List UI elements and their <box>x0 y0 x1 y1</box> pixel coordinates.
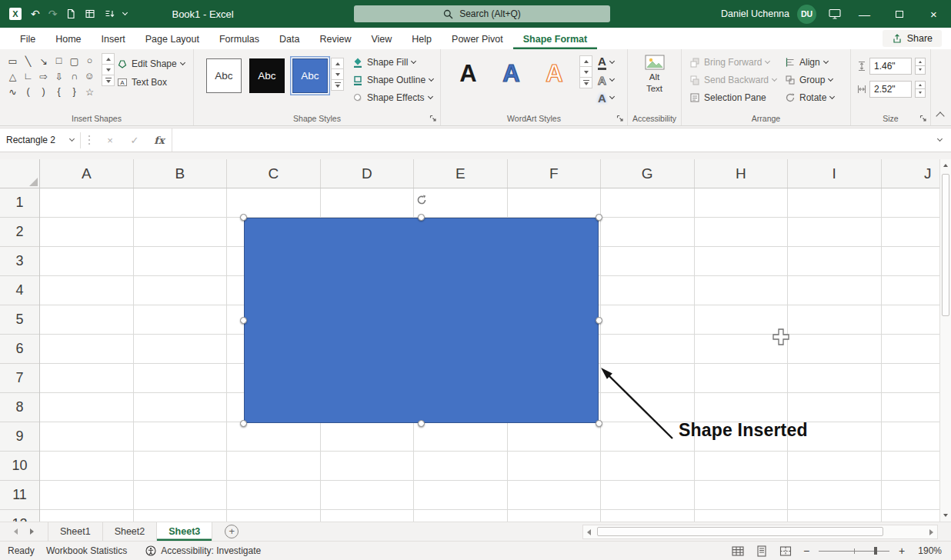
shape-style-preset[interactable]: Abc <box>249 58 285 93</box>
shape-gallery-item-icon[interactable]: ╲ <box>22 55 35 67</box>
shape-gallery-item-icon[interactable]: ▭ <box>6 55 19 67</box>
shape-gallery-item-icon[interactable]: { <box>52 86 65 97</box>
sheet-tab-sheet2[interactable]: Sheet2 <box>103 522 158 541</box>
sort-icon[interactable] <box>104 8 115 19</box>
scroll-right-icon[interactable] <box>929 529 933 535</box>
rotate-button[interactable]: Rotate <box>785 90 834 105</box>
vertical-scrollbar[interactable] <box>939 159 951 522</box>
add-sheet-button[interactable]: + <box>225 525 239 538</box>
gallery-down-button[interactable] <box>102 64 115 75</box>
select-all-corner[interactable] <box>0 159 40 188</box>
ribbon-tab-home[interactable]: Home <box>45 28 91 49</box>
wordart-style-preset[interactable]: A <box>536 55 572 92</box>
row-header-1[interactable]: 1 <box>0 188 39 218</box>
horizontal-scroll-thumb[interactable] <box>597 527 883 536</box>
column-header-c[interactable]: C <box>227 159 321 188</box>
column-header-g[interactable]: G <box>601 159 695 188</box>
zoom-slider[interactable] <box>819 545 889 556</box>
ribbon-tab-shape-format[interactable]: Shape Format <box>513 28 597 49</box>
scroll-down-icon[interactable] <box>943 514 948 517</box>
shape-gallery-item-icon[interactable]: ∟ <box>22 71 35 82</box>
share-button[interactable]: Share <box>883 30 942 47</box>
cells-area[interactable]: Shape Inserted <box>40 188 939 522</box>
width-decrease-button[interactable] <box>915 88 926 98</box>
vertical-scroll-thumb[interactable] <box>942 174 949 316</box>
user-name[interactable]: Daniel Uchenna <box>721 8 789 19</box>
normal-view-button[interactable] <box>729 543 746 558</box>
search-box[interactable]: Search (Alt+Q) <box>354 5 610 22</box>
column-header-j[interactable]: J <box>882 159 940 188</box>
row-header-11[interactable]: 11 <box>0 481 39 510</box>
column-header-i[interactable]: I <box>788 159 882 188</box>
sheet-tab-sheet1[interactable]: Sheet1 <box>48 522 103 541</box>
shape-gallery-item-icon[interactable]: △ <box>6 71 19 82</box>
formula-input[interactable] <box>172 128 928 152</box>
previous-sheet-icon[interactable] <box>14 528 18 535</box>
shape-gallery-item-icon[interactable]: ⇨ <box>37 71 50 82</box>
shape-gallery-item-icon[interactable]: } <box>68 86 81 97</box>
zoom-slider-thumb[interactable] <box>874 547 877 555</box>
name-box-splitter[interactable] <box>81 128 98 152</box>
shape-gallery-item-icon[interactable]: ∩ <box>68 71 81 82</box>
shape-fill-button[interactable]: Shape Fill <box>352 55 415 70</box>
sheet-tab-sheet3[interactable]: Sheet3 <box>157 522 212 541</box>
column-header-e[interactable]: E <box>414 159 508 188</box>
shape-width-input[interactable] <box>869 81 912 98</box>
shape-gallery-item-icon[interactable]: ↘ <box>37 55 50 67</box>
formula-cancel-button[interactable]: × <box>98 135 122 146</box>
row-header-10[interactable]: 10 <box>0 452 39 481</box>
wordart-down-button[interactable] <box>579 66 592 78</box>
resize-handle-bottom-right[interactable] <box>596 420 602 427</box>
close-button[interactable]: × <box>916 0 951 28</box>
ribbon-tab-formulas[interactable]: Formulas <box>209 28 269 49</box>
row-header-12[interactable]: 12 <box>0 510 39 522</box>
column-header-d[interactable]: D <box>321 159 415 188</box>
shape-gallery-item-icon[interactable]: ○ <box>83 55 96 66</box>
shape-gallery-item-icon[interactable]: ☆ <box>83 86 96 98</box>
zoom-level[interactable]: 190% <box>914 545 942 556</box>
workbook-statistics-button[interactable]: Workbook Statistics <box>37 542 136 560</box>
row-header-5[interactable]: 5 <box>0 305 39 335</box>
scroll-up-icon[interactable] <box>943 164 948 167</box>
insert-function-button[interactable]: fx <box>147 135 172 146</box>
resize-handle-top-center[interactable] <box>418 214 425 221</box>
ribbon-tab-data[interactable]: Data <box>269 28 309 49</box>
resize-handle-middle-left[interactable] <box>240 317 247 324</box>
expand-formula-bar-button[interactable] <box>928 128 951 152</box>
shape-gallery-item-icon[interactable]: ∿ <box>6 86 19 98</box>
bring-forward-button[interactable]: Bring Forward <box>689 55 769 70</box>
styles-up-button[interactable] <box>331 58 344 69</box>
row-header-9[interactable]: 9 <box>0 422 39 452</box>
selection-pane-button[interactable]: Selection Pane <box>689 90 766 105</box>
ribbon-tab-page-layout[interactable]: Page Layout <box>135 28 209 49</box>
document-icon[interactable] <box>65 8 76 19</box>
shape-style-preset[interactable]: Abc <box>292 58 328 93</box>
ribbon-tab-power-pivot[interactable]: Power Pivot <box>442 28 513 49</box>
row-header-8[interactable]: 8 <box>0 393 39 422</box>
resize-handle-top-right[interactable] <box>596 214 602 221</box>
height-decrease-button[interactable] <box>915 65 926 75</box>
ribbon-tab-help[interactable]: Help <box>402 28 442 49</box>
ribbon-tab-file[interactable]: File <box>10 28 45 49</box>
styles-more-button[interactable] <box>331 79 344 91</box>
horizontal-scrollbar[interactable] <box>582 525 938 539</box>
send-backward-button[interactable]: Send Backward <box>689 72 776 88</box>
collapse-ribbon-button[interactable] <box>936 112 944 120</box>
resize-handle-middle-right[interactable] <box>596 317 602 324</box>
inserted-rectangle-shape[interactable] <box>244 218 599 423</box>
qat-customize-chevron-icon[interactable] <box>123 13 127 15</box>
redo-button[interactable]: ↷ <box>48 8 58 19</box>
ribbon-display-options-icon[interactable] <box>829 8 841 20</box>
ribbon-tab-insert[interactable]: Insert <box>92 28 135 49</box>
formula-enter-button[interactable]: ✓ <box>122 135 147 146</box>
table-icon[interactable] <box>85 8 95 19</box>
text-effects-button[interactable]: A <box>598 90 614 105</box>
page-layout-view-button[interactable] <box>753 543 770 558</box>
shape-height-input[interactable] <box>869 58 912 75</box>
shape-gallery-item-icon[interactable]: ▢ <box>68 55 81 67</box>
wordart-up-button[interactable] <box>579 55 592 67</box>
group-button[interactable]: Group <box>785 72 833 88</box>
zoom-in-button[interactable]: + <box>896 545 907 557</box>
shape-gallery-item-icon[interactable]: □ <box>52 55 65 66</box>
accessibility-status-button[interactable]: Accessibility: Investigate <box>136 542 270 560</box>
